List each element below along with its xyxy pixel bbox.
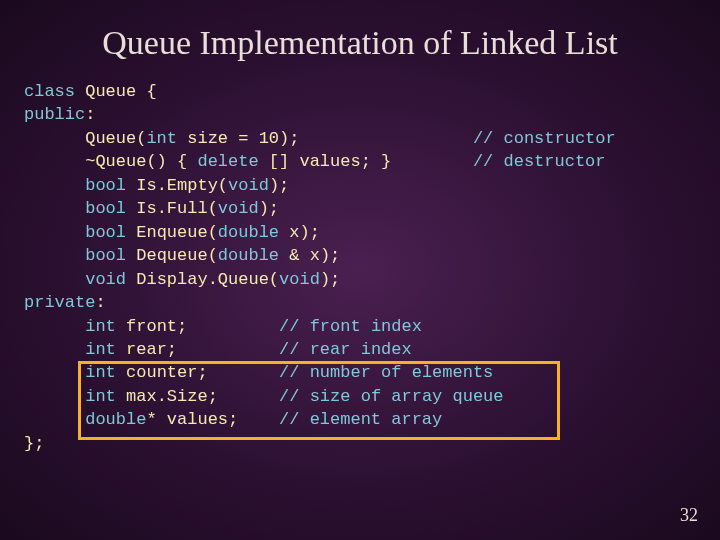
- kw-int: int: [146, 129, 177, 148]
- comment: // destructor: [473, 152, 606, 171]
- t: };: [24, 434, 44, 453]
- kw-void: void: [228, 176, 269, 195]
- comment: // number of elements: [279, 363, 493, 382]
- t: :: [95, 293, 105, 312]
- t: x);: [279, 223, 320, 242]
- t: ~Queue() {: [24, 152, 197, 171]
- slide-title: Queue Implementation of Linked List: [0, 0, 720, 80]
- comment: // size of array queue: [279, 387, 503, 406]
- comment: // front index: [279, 317, 422, 336]
- t: :: [85, 105, 95, 124]
- t: size = 10);: [177, 129, 473, 148]
- kw-class: class: [24, 82, 75, 101]
- kw-int: int: [24, 317, 116, 336]
- t: rear;: [116, 340, 279, 359]
- t: Queue(: [24, 129, 146, 148]
- code-block: class Queue { public: Queue(int size = 1…: [0, 80, 720, 455]
- t: );: [259, 199, 279, 218]
- comment: // constructor: [473, 129, 616, 148]
- t: counter;: [116, 363, 279, 382]
- kw-double: double: [24, 410, 146, 429]
- kw-bool: bool: [24, 199, 126, 218]
- t: Queue {: [75, 82, 157, 101]
- kw-int: int: [24, 363, 116, 382]
- t: max.Size;: [116, 387, 279, 406]
- comment: // element array: [279, 410, 442, 429]
- kw-int: int: [24, 387, 116, 406]
- kw-void: void: [218, 199, 259, 218]
- t: Enqueue(: [126, 223, 218, 242]
- kw-void: void: [279, 270, 320, 289]
- comment: // rear index: [279, 340, 412, 359]
- kw-delete: delete: [197, 152, 258, 171]
- page-number: 32: [680, 505, 698, 526]
- t: Is.Empty(: [126, 176, 228, 195]
- t: Dequeue(: [126, 246, 218, 265]
- kw-int: int: [24, 340, 116, 359]
- kw-double: double: [218, 246, 279, 265]
- t: * values;: [146, 410, 279, 429]
- kw-public: public: [24, 105, 85, 124]
- t: );: [320, 270, 340, 289]
- kw-private: private: [24, 293, 95, 312]
- t: & x);: [279, 246, 340, 265]
- kw-bool: bool: [24, 223, 126, 242]
- t: Display.Queue(: [126, 270, 279, 289]
- kw-bool: bool: [24, 246, 126, 265]
- kw-void: void: [24, 270, 126, 289]
- kw-double: double: [218, 223, 279, 242]
- t: front;: [116, 317, 279, 336]
- t: Is.Full(: [126, 199, 218, 218]
- t: [] values; }: [259, 152, 473, 171]
- t: );: [269, 176, 289, 195]
- kw-bool: bool: [24, 176, 126, 195]
